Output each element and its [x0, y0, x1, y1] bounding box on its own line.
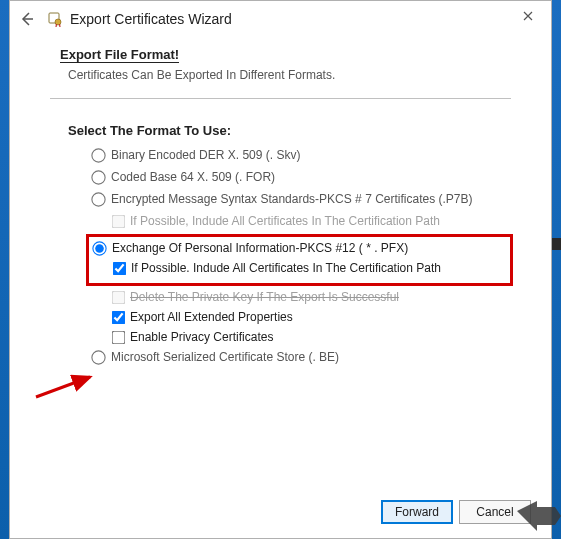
title-bar: Export Certificates Wizard [10, 1, 551, 37]
radio-pfx-label: Exchange Of Personal Information-PKCS #1… [112, 241, 408, 255]
radio-der[interactable]: Binary Encoded DER X. 509 (. Skv) [92, 148, 511, 162]
checkbox-enable-privacy[interactable]: Enable Privacy Certificates [112, 330, 511, 344]
section-heading: Export File Format! [60, 47, 179, 63]
radio-der-input[interactable] [91, 148, 105, 162]
forward-button[interactable]: Forward [381, 500, 453, 524]
checkbox-pkcs7-include-input [112, 214, 126, 228]
highlighted-pfx-group: Exchange Of Personal Information-PKCS #1… [86, 234, 513, 286]
dialog-title: Export Certificates Wizard [70, 11, 232, 27]
back-button[interactable] [18, 10, 36, 28]
select-format-label: Select The Format To Use: [68, 123, 511, 138]
radio-pfx-input[interactable] [92, 241, 106, 255]
checkbox-pfx-include-label: If Possible. Indude All Certificates In … [131, 261, 441, 275]
dialog-footer: Forward Cancel [373, 492, 539, 532]
checkbox-pkcs7-include-label: If Possible, Indude All Certificates In … [130, 214, 440, 228]
checkbox-delete-key: Delete The Private Key If The Export Is … [112, 290, 511, 304]
divider [50, 98, 511, 99]
checkbox-enable-privacy-label: Enable Privacy Certificates [130, 330, 273, 344]
radio-mscs-label: Microsoft Serialized Certificate Store (… [111, 350, 339, 364]
export-certificates-wizard-dialog: Export Certificates Wizard Export File F… [9, 0, 552, 539]
radio-der-label: Binary Encoded DER X. 509 (. Skv) [111, 148, 300, 162]
checkbox-enable-privacy-input[interactable] [112, 330, 126, 344]
certificate-icon [46, 10, 64, 28]
radio-base64-label: Coded Base 64 X. 509 (. FOR) [111, 170, 275, 184]
checkbox-pkcs7-include: If Possible, Indude All Certificates In … [112, 214, 511, 228]
radio-pkcs7[interactable]: Encrypted Message Syntax Standards-PKCS … [92, 192, 511, 206]
checkbox-pfx-include-input[interactable] [113, 261, 127, 275]
checkbox-export-extended[interactable]: Export All Extended Properties [112, 310, 511, 324]
checkbox-export-extended-label: Export All Extended Properties [130, 310, 293, 324]
corner-accent-icon [517, 501, 561, 531]
radio-base64-input[interactable] [91, 170, 105, 184]
radio-mscs-input[interactable] [91, 350, 105, 364]
radio-base64[interactable]: Coded Base 64 X. 509 (. FOR) [92, 170, 511, 184]
desktop-caret [552, 238, 561, 250]
section-subheading: Certificates Can Be Exported In Differen… [68, 68, 511, 82]
checkbox-pfx-include[interactable]: If Possible. Indude All Certificates In … [113, 261, 506, 275]
wizard-content: Export File Format! Certificates Can Be … [10, 37, 551, 364]
radio-pkcs7-label: Encrypted Message Syntax Standards-PKCS … [111, 192, 473, 206]
radio-mscs[interactable]: Microsoft Serialized Certificate Store (… [92, 350, 511, 364]
close-button[interactable] [513, 4, 543, 28]
checkbox-delete-key-label: Delete The Private Key If The Export Is … [130, 290, 399, 304]
checkbox-delete-key-input [112, 290, 126, 304]
annotation-arrow-icon [32, 371, 102, 401]
radio-pkcs7-input[interactable] [91, 192, 105, 206]
radio-pfx[interactable]: Exchange Of Personal Information-PKCS #1… [93, 241, 506, 255]
checkbox-export-extended-input[interactable] [112, 310, 126, 324]
